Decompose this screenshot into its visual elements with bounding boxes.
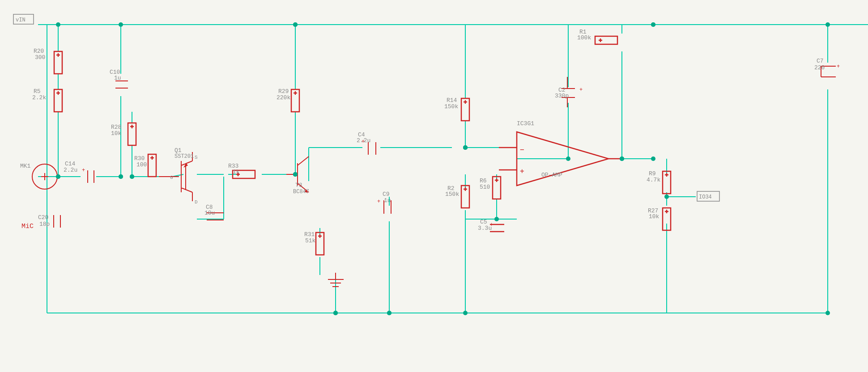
schematic-canvas <box>0 0 868 372</box>
